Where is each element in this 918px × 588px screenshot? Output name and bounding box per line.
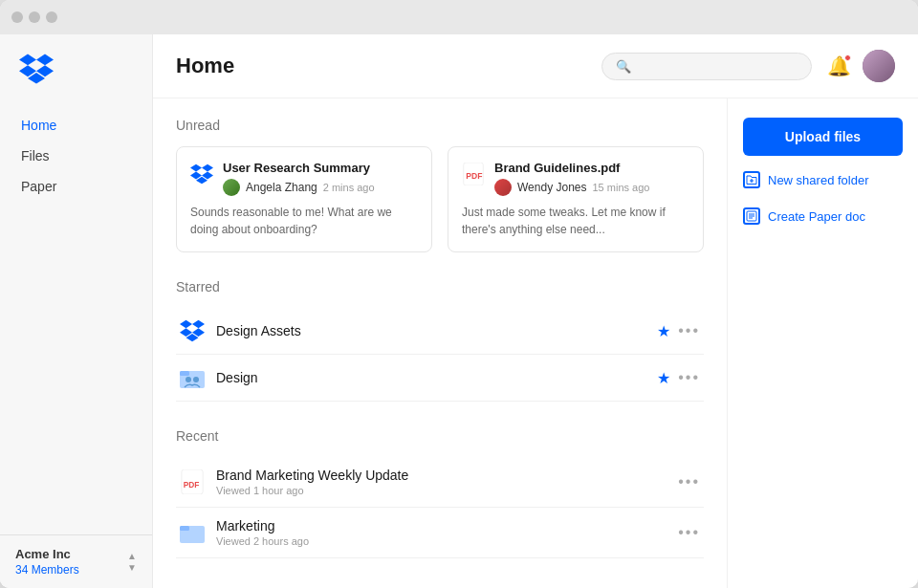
top-bar-actions: 🔔 <box>827 50 895 82</box>
recent-2-sub: Viewed 2 hours ago <box>216 535 667 547</box>
starred-item-2[interactable]: Design ★ ••• <box>176 355 704 402</box>
workspace-footer[interactable]: Acme Inc 34 Members ▲ ▼ <box>0 534 152 588</box>
new-folder-label: New shared folder <box>768 173 869 187</box>
recent-item-1[interactable]: PDF Brand Marketing Weekly Update Viewed… <box>176 457 704 508</box>
recent-1-info: Brand Marketing Weekly Update Viewed 1 h… <box>216 468 667 496</box>
sidebar-nav: Home Files Paper <box>0 111 152 201</box>
new-shared-folder-link[interactable]: New shared folder <box>743 167 903 192</box>
user-avatar[interactable] <box>863 50 895 82</box>
sidebar-logo[interactable] <box>0 54 152 111</box>
notifications-button[interactable]: 🔔 <box>827 54 851 77</box>
svg-text:PDF: PDF <box>184 480 200 490</box>
starred-1-star-icon[interactable]: ★ <box>657 322 670 340</box>
starred-2-more-icon[interactable]: ••• <box>678 369 700 386</box>
card-2-snippet: Just made some tweaks. Let me know if th… <box>462 204 689 238</box>
starred-1-icon <box>180 318 205 343</box>
svg-text:PDF: PDF <box>466 171 482 181</box>
starred-2-icon <box>180 365 205 390</box>
traffic-light-minimize[interactable] <box>29 11 40 23</box>
svg-point-4 <box>186 377 191 382</box>
app-body: Home Files Paper Acme Inc 34 Members ▲ <box>0 34 918 588</box>
recent-1-name: Brand Marketing Weekly Update <box>216 468 667 483</box>
starred-2-actions: ★ ••• <box>657 369 700 387</box>
sidebar-item-home[interactable]: Home <box>11 111 141 140</box>
search-bar[interactable]: 🔍 <box>601 53 812 80</box>
card-1-title: User Research Summary <box>223 161 418 175</box>
recent-1-more-icon[interactable]: ••• <box>678 473 700 490</box>
traffic-light-close[interactable] <box>11 11 23 23</box>
main-content: Home 🔍 🔔 <box>153 34 918 588</box>
card-2-author: Wendy Jones <box>517 181 587 194</box>
starred-title: Starred <box>176 279 704 294</box>
pdf-file-icon: PDF <box>462 163 485 185</box>
sidebar: Home Files Paper Acme Inc 34 Members ▲ <box>0 34 153 588</box>
card-1-author: Angela Zhang <box>246 181 317 194</box>
starred-item-1[interactable]: Design Assets ★ ••• <box>176 308 704 355</box>
create-paper-link[interactable]: Create Paper doc <box>743 204 903 229</box>
avatar-img <box>863 50 895 82</box>
workspace-name: Acme Inc <box>15 547 79 561</box>
workspace-members: 34 Members <box>15 563 79 577</box>
create-paper-label: Create Paper doc <box>768 209 865 224</box>
unread-card-2[interactable]: PDF Brand Guidelines.pdf Wendy Jones 15 … <box>448 146 704 252</box>
right-panel: Upload files New shared folder Create Pa… <box>727 98 918 588</box>
unread-cards: User Research Summary Angela Zhang 2 min… <box>176 146 704 252</box>
upload-button[interactable]: Upload files <box>743 118 903 156</box>
starred-1-actions: ★ ••• <box>657 322 700 340</box>
sidebar-item-paper[interactable]: Paper <box>11 172 141 201</box>
workspace-expand-icon[interactable]: ▲ ▼ <box>127 551 137 573</box>
recent-2-icon <box>180 520 205 545</box>
search-input[interactable] <box>639 59 798 74</box>
traffic-lights <box>11 11 57 23</box>
recent-2-more-icon[interactable]: ••• <box>678 524 700 541</box>
svg-rect-3 <box>180 371 189 376</box>
unread-card-1[interactable]: User Research Summary Angela Zhang 2 min… <box>176 146 432 252</box>
starred-2-star-icon[interactable]: ★ <box>657 369 670 387</box>
titlebar <box>0 0 918 34</box>
recent-1-sub: Viewed 1 hour ago <box>216 485 667 496</box>
svg-point-5 <box>193 377 199 382</box>
card-1-time: 2 mins ago <box>323 182 375 193</box>
recent-section: Recent PDF Brand Marketing Weekly Update… <box>176 428 704 558</box>
svg-rect-9 <box>180 526 189 531</box>
recent-2-info: Marketing Viewed 2 hours ago <box>216 518 667 547</box>
top-bar: Home 🔍 🔔 <box>153 34 918 98</box>
page-title: Home <box>176 54 586 78</box>
unread-section: Unread <box>176 118 704 252</box>
new-folder-icon <box>743 171 760 188</box>
card-1-avatar <box>223 179 240 196</box>
card-2-time: 15 mins ago <box>593 182 650 193</box>
card-2-avatar <box>494 179 512 196</box>
starred-1-more-icon[interactable]: ••• <box>678 322 700 339</box>
content-area: Unread <box>153 98 918 588</box>
recent-title: Recent <box>176 428 704 444</box>
traffic-light-maximize[interactable] <box>46 11 57 23</box>
recent-item-2[interactable]: Marketing Viewed 2 hours ago ••• <box>176 508 704 558</box>
dropbox-file-icon <box>190 163 213 185</box>
recent-2-name: Marketing <box>216 518 667 534</box>
search-icon: 🔍 <box>616 59 631 74</box>
notification-dot <box>844 54 851 61</box>
sidebar-item-files[interactable]: Files <box>11 142 141 170</box>
paper-icon <box>743 207 760 225</box>
card-2-title: Brand Guidelines.pdf <box>494 161 689 175</box>
app-window: Home Files Paper Acme Inc 34 Members ▲ <box>0 0 918 588</box>
starred-2-name: Design <box>216 370 645 385</box>
starred-1-name: Design Assets <box>216 323 645 338</box>
unread-title: Unread <box>176 118 704 133</box>
feed-area: Unread <box>153 98 727 588</box>
recent-1-icon: PDF <box>180 469 205 494</box>
starred-section: Starred Design Assets <box>176 279 704 402</box>
card-1-snippet: Sounds reasonable to me! What are we doi… <box>190 204 418 238</box>
